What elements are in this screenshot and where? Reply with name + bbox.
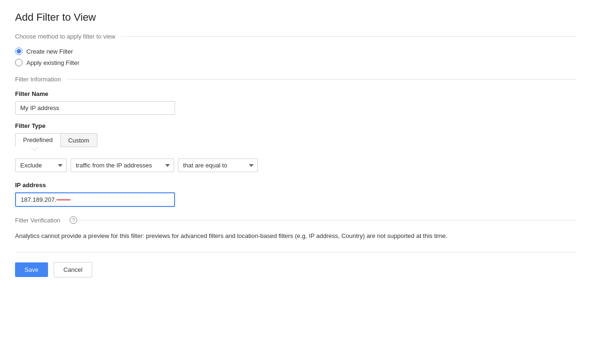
method-radio-group: Create new Filter Apply existing Filter — [15, 47, 576, 66]
ip-input-container: 187.189.207. — [15, 192, 175, 207]
tab-arrow-inner — [31, 147, 39, 150]
create-new-label: Create new Filter — [26, 48, 73, 55]
traffic-dropdown[interactable]: traffic from the IP addresses — [71, 158, 174, 172]
page-title: Add Filter to View — [15, 11, 576, 24]
apply-existing-filter-option[interactable]: Apply existing Filter — [15, 59, 576, 66]
filter-name-input[interactable] — [15, 101, 175, 115]
filter-name-label: Filter Name — [15, 90, 576, 97]
dropdowns-row: Exclude Include traffic from the IP addr… — [15, 158, 576, 172]
method-section-header: Choose method to apply filter to view — [15, 33, 576, 40]
verification-section-header: Filter Verification ? — [15, 216, 576, 224]
filter-type-tabs-container: Predefined Custom — [15, 133, 576, 147]
exclude-dropdown[interactable]: Exclude Include — [15, 158, 67, 172]
verification-text: Analytics cannot provide a preview for t… — [15, 231, 576, 241]
apply-existing-label: Apply existing Filter — [26, 59, 80, 66]
filter-type-label: Filter Type — [15, 122, 576, 129]
save-button[interactable]: Save — [15, 262, 48, 277]
ip-address-input[interactable]: 187.189.207. — [15, 192, 175, 207]
verification-divider — [77, 220, 576, 221]
create-new-radio[interactable] — [15, 47, 23, 55]
filter-info-section-header: Filter Information — [15, 76, 576, 83]
filter-info-divider — [67, 79, 576, 79]
bottom-divider — [15, 252, 576, 253]
cancel-button[interactable]: Cancel — [54, 262, 92, 277]
apply-existing-radio[interactable] — [15, 59, 23, 66]
create-new-filter-option[interactable]: Create new Filter — [15, 47, 576, 55]
verification-header: Filter Verification ? — [15, 216, 77, 224]
equal-dropdown[interactable]: that are equal to that begin with that e… — [178, 158, 258, 172]
filter-info-content: Filter Name Filter Type Predefined Custo… — [15, 90, 576, 207]
filter-verification-section: Filter Verification ? Analytics cannot p… — [15, 216, 576, 241]
filter-verification-help-icon[interactable]: ? — [70, 216, 77, 224]
method-section-label: Choose method to apply filter to view — [15, 33, 115, 40]
verification-section-label: Filter Verification — [15, 217, 60, 224]
filter-name-group: Filter Name — [15, 90, 576, 115]
filter-type-group: Filter Type Predefined Custom — [15, 122, 576, 147]
action-buttons: Save Cancel — [15, 262, 576, 277]
ip-address-label: IP address — [15, 182, 576, 189]
filter-info-section-label: Filter Information — [15, 76, 61, 83]
custom-tab[interactable]: Custom — [60, 133, 97, 147]
filter-type-tabs: Predefined Custom — [15, 133, 576, 147]
method-section-divider — [121, 36, 576, 37]
predefined-tab[interactable]: Predefined — [15, 133, 60, 147]
ip-address-group: IP address 187.189.207. — [15, 182, 576, 207]
